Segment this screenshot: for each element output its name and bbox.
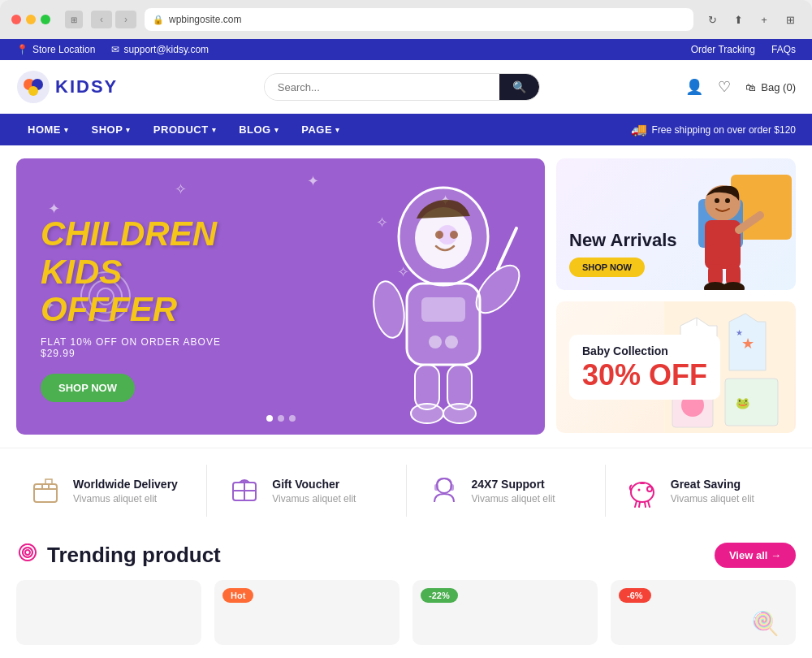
trending-spiral-icon bbox=[16, 541, 39, 569]
product-card-2[interactable]: Hot bbox=[214, 580, 400, 645]
top-bar: 📍 Store Location ✉ support@kidsy.com Ord… bbox=[0, 39, 812, 60]
nav-blog-label: BLOG bbox=[239, 123, 271, 136]
great-saving-text: Great Saving Vivamus aliquet elit bbox=[671, 478, 754, 504]
address-bar[interactable]: 🔒 wpbingosite.com bbox=[145, 8, 693, 31]
svg-line-49 bbox=[635, 501, 637, 507]
logo[interactable]: KIDSY bbox=[16, 70, 118, 104]
svg-rect-41 bbox=[34, 484, 57, 502]
feature-saving: Great Saving Vivamus aliquet elit bbox=[614, 465, 796, 517]
svg-point-53 bbox=[637, 489, 640, 491]
svg-rect-15 bbox=[447, 365, 472, 409]
traffic-lights bbox=[11, 15, 50, 24]
search-input[interactable] bbox=[265, 75, 499, 100]
maximize-button[interactable] bbox=[41, 15, 50, 24]
view-all-button[interactable]: View all → bbox=[715, 543, 796, 568]
header-icons: 👤 ♡ 🛍 Bag (0) bbox=[685, 78, 796, 96]
refresh-button[interactable]: ↻ bbox=[702, 11, 723, 28]
products-row: Hot -22% -6% 🍭 bbox=[16, 580, 796, 645]
close-button[interactable] bbox=[11, 15, 21, 24]
email-icon: ✉ bbox=[111, 44, 119, 55]
gift-voucher-icon bbox=[227, 473, 262, 509]
logo-icon bbox=[16, 70, 50, 104]
piggy-bank-icon bbox=[625, 473, 661, 509]
nav-home-label: HOME bbox=[28, 123, 61, 136]
browser-window: ⊞ ‹ › 🔒 wpbingosite.com ↻ ⬆ + ⊞ bbox=[0, 0, 812, 39]
nav-item-blog[interactable]: BLOG ▾ bbox=[227, 114, 290, 145]
svg-rect-39 bbox=[725, 379, 778, 426]
nav-item-shop[interactable]: SHOP ▾ bbox=[80, 114, 142, 145]
dot-3[interactable] bbox=[289, 415, 296, 422]
features-strip: Worldwide Delivery Vivamus aliquet elit … bbox=[0, 448, 812, 533]
nav-left: HOME ▾ SHOP ▾ PRODUCT ▾ BLOG ▾ PAGE ▾ bbox=[16, 114, 352, 145]
order-tracking-link[interactable]: Order Tracking bbox=[691, 44, 755, 55]
bag-icon: 🛍 bbox=[745, 81, 756, 93]
lock-icon: 🔒 bbox=[153, 15, 164, 25]
side-banners: New Arrivals SHOP NOW bbox=[556, 158, 796, 435]
wishlist-icon[interactable]: ♡ bbox=[718, 78, 731, 96]
nav-home-arrow: ▾ bbox=[64, 126, 69, 134]
banner-astronaut-illustration bbox=[358, 163, 529, 435]
free-shipping-notice: 🚚 Free shipping on over order $120 bbox=[631, 122, 796, 137]
nav-item-product[interactable]: PRODUCT ▾ bbox=[142, 114, 227, 145]
banner-cta-button[interactable]: SHOP NOW bbox=[41, 374, 135, 402]
forward-button[interactable]: › bbox=[115, 11, 136, 28]
banner-dots bbox=[266, 415, 296, 422]
svg-line-13 bbox=[498, 228, 516, 269]
svg-point-17 bbox=[443, 404, 476, 423]
new-arrivals-image bbox=[664, 158, 796, 290]
svg-point-25 bbox=[725, 198, 730, 203]
new-arrivals-illustration bbox=[674, 158, 796, 290]
back-button[interactable]: ‹ bbox=[91, 11, 112, 28]
svg-rect-23 bbox=[705, 220, 741, 269]
dot-1[interactable] bbox=[266, 415, 273, 422]
svg-rect-48 bbox=[640, 483, 645, 484]
svg-point-9 bbox=[429, 335, 442, 348]
svg-line-51 bbox=[645, 502, 646, 507]
kid-astronaut-svg bbox=[358, 163, 529, 431]
new-tab-button[interactable]: + bbox=[754, 11, 775, 28]
search-button[interactable]: 🔍 bbox=[499, 74, 539, 100]
new-arrivals-title: New Arrivals bbox=[569, 230, 676, 251]
hot-badge: Hot bbox=[222, 588, 253, 603]
new-arrivals-content: New Arrivals SHOP NOW bbox=[569, 230, 676, 277]
bag-button[interactable]: 🛍 Bag (0) bbox=[745, 81, 796, 93]
minimize-button[interactable] bbox=[26, 15, 36, 24]
faqs-link[interactable]: FAQs bbox=[771, 44, 796, 55]
nav-item-home[interactable]: HOME ▾ bbox=[16, 114, 80, 145]
free-shipping-text: Free shipping on over order $120 bbox=[652, 124, 796, 136]
svg-point-11 bbox=[369, 279, 408, 340]
product-card-1[interactable] bbox=[16, 580, 201, 645]
browser-titlebar: ⊞ ‹ › 🔒 wpbingosite.com ↻ ⬆ + ⊞ bbox=[11, 8, 801, 39]
share-button[interactable]: ⬆ bbox=[728, 11, 749, 28]
support-agent-icon bbox=[426, 473, 462, 509]
svg-rect-14 bbox=[415, 365, 439, 409]
navigation: HOME ▾ SHOP ▾ PRODUCT ▾ BLOG ▾ PAGE ▾ 🚚 … bbox=[0, 114, 812, 145]
tabs-button[interactable]: ⊞ bbox=[780, 11, 801, 28]
star-icon: ✦ bbox=[307, 172, 319, 190]
feature-support: 24X7 Support Vivamus aliquet elit bbox=[415, 465, 597, 517]
svg-point-24 bbox=[715, 198, 719, 203]
nav-item-page[interactable]: PAGE ▾ bbox=[290, 114, 351, 145]
svg-text:★: ★ bbox=[741, 335, 754, 352]
top-bar-right: Order Tracking FAQs bbox=[691, 44, 796, 55]
new-arrivals-shop-btn[interactable]: SHOP NOW bbox=[569, 258, 645, 277]
grid-view-button[interactable]: ⊞ bbox=[65, 11, 83, 28]
dot-2[interactable] bbox=[278, 415, 284, 422]
product-card-3[interactable]: -22% bbox=[412, 580, 598, 645]
svg-point-3 bbox=[28, 86, 38, 96]
nav-shop-label: SHOP bbox=[92, 123, 123, 136]
support-text: 24X7 Support Vivamus aliquet elit bbox=[472, 478, 555, 504]
store-location-label: Store Location bbox=[32, 44, 95, 55]
account-icon[interactable]: 👤 bbox=[685, 78, 703, 96]
trending-header: Trending product View all → bbox=[16, 541, 796, 569]
star-icon: ✧ bbox=[175, 180, 187, 198]
svg-rect-8 bbox=[421, 297, 465, 322]
voucher-icon bbox=[227, 473, 262, 509]
nav-page-arrow: ▾ bbox=[335, 126, 340, 134]
product-card-4[interactable]: -6% 🍭 bbox=[611, 580, 796, 645]
search-bar: 🔍 bbox=[264, 73, 540, 101]
baby-collection-title: Baby Collection bbox=[582, 344, 707, 357]
nav-buttons: ‹ › bbox=[91, 11, 136, 28]
nav-product-label: PRODUCT bbox=[153, 123, 209, 136]
url-text: wpbingosite.com bbox=[169, 14, 241, 25]
